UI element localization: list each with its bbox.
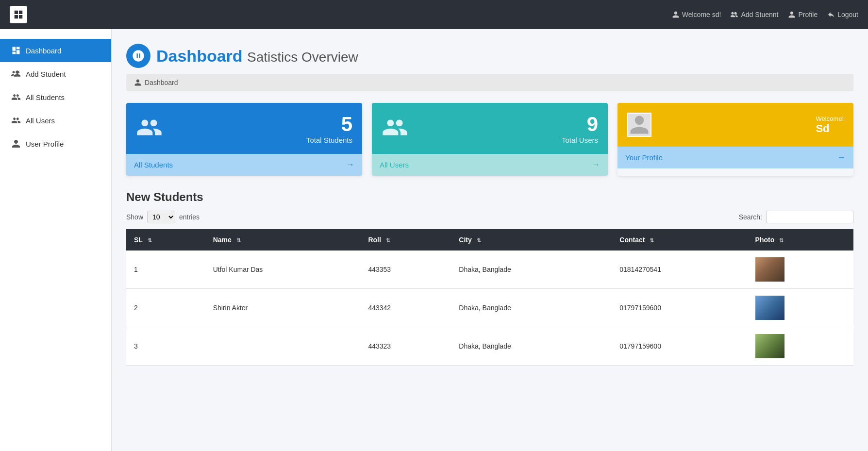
stat-card-profile: Welcome! Sd Your Profile → [618, 103, 853, 176]
col-roll[interactable]: Roll ⇅ [360, 229, 451, 251]
all-students-link[interactable]: All Students [134, 161, 173, 169]
page-title: Dashboard Satistics Overview [156, 47, 358, 65]
table-row: 3 443323 Dhaka, Banglade 01797159600 [126, 327, 853, 366]
search-input[interactable] [766, 211, 853, 223]
logout-nav[interactable]: Logout [827, 11, 858, 18]
cell-roll: 443353 [360, 251, 451, 289]
cell-sl: 3 [126, 327, 205, 366]
sidebar-item-add-student-label: Add Student [26, 70, 66, 78]
all-students-icon [11, 92, 21, 102]
sidebar-item-all-students[interactable]: All Students [0, 85, 111, 109]
profile-nav[interactable]: Profile [788, 11, 818, 18]
add-student-nav[interactable]: Add Stuennt [731, 11, 778, 18]
welcome-user[interactable]: Welcome sd! [672, 11, 721, 18]
search-box: Search: [739, 211, 853, 223]
users-icon [382, 114, 408, 143]
sidebar-item-user-profile-label: User Profile [26, 140, 64, 148]
user-profile-icon [11, 139, 21, 149]
cell-name [205, 327, 361, 366]
table-row: 2 Shirin Akter 443342 Dhaka, Banglade 01… [126, 289, 853, 327]
cell-roll: 443342 [360, 289, 451, 327]
students-stat-value: 5 Total Students [306, 113, 352, 144]
col-contact[interactable]: Contact ⇅ [612, 229, 747, 251]
add-student-icon [11, 69, 21, 79]
entries-select[interactable]: 10 25 50 100 [147, 211, 175, 223]
cell-city: Dhaka, Banglade [451, 251, 612, 289]
cell-contact: 01797159600 [612, 289, 747, 327]
cell-contact: 01797159600 [612, 327, 747, 366]
all-users-icon [11, 116, 21, 125]
stat-card-top-users: 9 Total Users [372, 103, 608, 154]
sidebar-item-dashboard[interactable]: Dashboard [0, 39, 111, 62]
cell-city: Dhaka, Banglade [451, 327, 612, 366]
col-sl[interactable]: SL ⇅ [126, 229, 205, 251]
arrow-icon: → [346, 160, 354, 170]
all-users-link[interactable]: All Users [380, 161, 409, 169]
students-table: SL ⇅ Name ⇅ Roll ⇅ City ⇅ Contact ⇅ Phot… [126, 229, 853, 366]
col-photo[interactable]: Photo ⇅ [748, 229, 853, 251]
dashboard-icon [11, 46, 21, 55]
avatar [627, 113, 651, 137]
arrow-icon-profile: → [837, 152, 846, 163]
cell-sl: 1 [126, 251, 205, 289]
your-profile-link[interactable]: Your Profile [625, 153, 663, 162]
show-entries: Show 10 25 50 100 entries [126, 211, 200, 223]
cell-photo [748, 251, 853, 289]
stat-card-bottom-students[interactable]: All Students → [126, 154, 362, 176]
cell-name: Shirin Akter [205, 289, 361, 327]
layout: Dashboard Add Student All Students All U… [0, 29, 868, 451]
cell-city: Dhaka, Banglade [451, 289, 612, 327]
stat-card-top-profile: Welcome! Sd [618, 103, 853, 147]
cell-name: Utfol Kumar Das [205, 251, 361, 289]
sidebar-item-add-student[interactable]: Add Student [0, 62, 111, 85]
navbar: Welcome sd! Add Stuennt Profile Logout [0, 0, 868, 29]
table-controls: Show 10 25 50 100 entries Search: [126, 211, 853, 223]
page-header: Dashboard Satistics Overview [126, 44, 853, 68]
sidebar: Dashboard Add Student All Students All U… [0, 29, 112, 451]
sidebar-item-all-users[interactable]: All Users [0, 109, 111, 132]
navbar-right: Welcome sd! Add Stuennt Profile Logout [672, 11, 858, 18]
welcome-text: Welcome! Sd [816, 115, 844, 135]
page-title-group: Dashboard Satistics Overview [156, 47, 358, 66]
stats-row: 5 Total Students All Students → [126, 103, 853, 176]
sidebar-item-user-profile[interactable]: User Profile [0, 132, 111, 155]
page-header-icon [126, 44, 150, 68]
col-name[interactable]: Name ⇅ [205, 229, 361, 251]
arrow-icon-users: → [591, 160, 600, 170]
main-content: Dashboard Satistics Overview Dashboard [112, 29, 868, 451]
stat-card-bottom-profile[interactable]: Your Profile → [618, 147, 853, 168]
stat-card-top-students: 5 Total Students [126, 103, 362, 154]
table-row: 1 Utfol Kumar Das 443353 Dhaka, Banglade… [126, 251, 853, 289]
brand-icon [10, 6, 27, 23]
cell-contact: 01814270541 [612, 251, 747, 289]
cell-photo [748, 289, 853, 327]
stat-card-users: 9 Total Users All Users → [372, 103, 608, 176]
students-icon [136, 114, 163, 143]
sidebar-item-all-students-label: All Students [26, 93, 65, 101]
table-header-row: SL ⇅ Name ⇅ Roll ⇅ City ⇅ Contact ⇅ Phot… [126, 229, 853, 251]
sidebar-item-dashboard-label: Dashboard [26, 47, 61, 55]
cell-roll: 443323 [360, 327, 451, 366]
cell-photo [748, 327, 853, 366]
cell-sl: 2 [126, 289, 205, 327]
col-city[interactable]: City ⇅ [451, 229, 612, 251]
users-stat-value: 9 Total Users [562, 113, 598, 144]
stat-card-students: 5 Total Students All Students → [126, 103, 362, 176]
breadcrumb: Dashboard [126, 74, 853, 91]
brand [10, 6, 27, 23]
new-students-section: New Students Show 10 25 50 100 entries S… [126, 190, 853, 366]
section-title: New Students [126, 190, 853, 204]
sidebar-item-all-users-label: All Users [26, 117, 55, 125]
stat-card-bottom-users[interactable]: All Users → [372, 154, 608, 176]
